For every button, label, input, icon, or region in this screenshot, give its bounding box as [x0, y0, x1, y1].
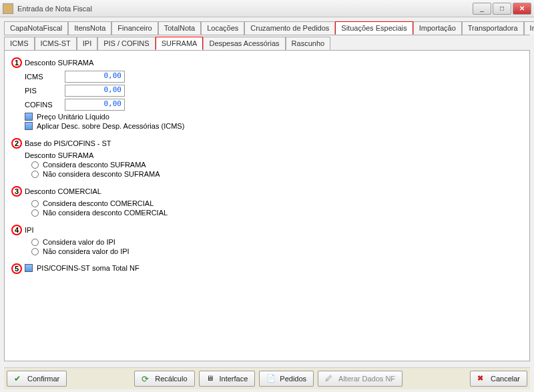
checkbox-icon [25, 264, 33, 272]
chk1-label: Preço Unitário Líquido [37, 113, 109, 121]
group-piscofins-st-soma: 5 PIS/COFINS-ST soma Total NF [11, 263, 185, 274]
tab-situacoes-especiais[interactable]: Situações Especiais [335, 21, 413, 35]
group-desconto-suframa: 1 Desconto SUFRAMA ICMS 0,00 PIS 0,00 CO… [11, 57, 185, 130]
recalc-icon [142, 374, 151, 383]
main-tabs: CapaNotaFiscal ItensNota Financeiro Tota… [4, 21, 530, 35]
subtab-icms-st[interactable]: ICMS-ST [35, 37, 77, 50]
group1-label: Desconto SUFRAMA [25, 59, 93, 67]
btn-label: Recálculo [155, 375, 187, 383]
tab-capanotafiscal[interactable]: CapaNotaFiscal [4, 21, 68, 35]
radio-icon [31, 209, 39, 217]
radio-icon [31, 239, 39, 246]
radio-nao-considera-ipi[interactable]: Não considera valor do IPI [11, 247, 185, 255]
cancelar-button[interactable]: Cancelar [470, 371, 527, 387]
badge-4: 4 [11, 225, 22, 235]
pedidos-icon [266, 374, 276, 383]
edit-icon [325, 374, 334, 383]
sub-tabs: ICMS ICMS-ST IPI PIS / COFINS SUFRAMA De… [4, 37, 530, 51]
r-label: Considera valor do IPI [43, 238, 115, 246]
subtab-rascunho[interactable]: Rascunho [286, 37, 331, 50]
footer-toolbar: Confirmar Recálculo Interface Pedidos Al… [4, 367, 530, 389]
close-button[interactable]: ✕ [513, 3, 531, 15]
r-label: Não considera desconto COMERCIAL [43, 209, 168, 217]
checkbox-icon [25, 122, 33, 130]
btn-label: Interface [220, 375, 248, 383]
radio-icon [31, 200, 39, 207]
page-content: 1 Desconto SUFRAMA ICMS 0,00 PIS 0,00 CO… [4, 51, 530, 361]
tab-transportadora[interactable]: Transportadora [462, 21, 524, 35]
maximize-button[interactable]: □ [493, 3, 511, 15]
cofins-input[interactable]: 0,00 [65, 99, 125, 111]
checkbox-icon [25, 113, 33, 121]
group2-label: Base do PIS/COFINS - ST [25, 139, 111, 147]
r-label: Não considera desconto SUFRAMA [43, 170, 160, 178]
subtab-suframa[interactable]: SUFRAMA [156, 37, 204, 50]
radio-icon [31, 171, 39, 178]
minimize-button[interactable]: _ [473, 3, 491, 15]
badge-5: 5 [11, 263, 22, 274]
tab-importacao[interactable]: Importação [413, 21, 462, 35]
cancel-icon [477, 374, 487, 383]
icms-label: ICMS [25, 73, 65, 81]
radio-icon [31, 248, 39, 255]
radio-icon [31, 161, 39, 169]
tab-locacoes[interactable]: Locações [201, 21, 244, 35]
r-label: Considera desconto SUFRAMA [43, 161, 146, 169]
subtab-ipi[interactable]: IPI [77, 37, 97, 50]
chk-aplicar-desc[interactable]: Aplicar Desc. sobre Desp. Acessórias (IC… [11, 122, 185, 130]
group-desconto-comercial: 3 Desconto COMERCIAL Considera desconto … [11, 186, 185, 217]
tab-infoadicionais[interactable]: Informações Adicionais [524, 21, 534, 35]
tab-cruzamento[interactable]: Cruzamento de Pedidos [244, 21, 335, 35]
chk5-label: PIS/COFINS-ST soma Total NF [37, 264, 140, 272]
app-icon [3, 3, 13, 14]
btn-label: Cancelar [491, 375, 520, 383]
subgroup-desconto-suframa: Desconto SUFRAMA [11, 151, 185, 159]
radio-nao-considera-comercial[interactable]: Não considera desconto COMERCIAL [11, 209, 185, 217]
badge-1: 1 [11, 57, 22, 68]
interface-button[interactable]: Interface [199, 371, 256, 387]
subtab-icms[interactable]: ICMS [4, 37, 35, 50]
group4-label: IPI [25, 226, 33, 234]
tab-itensnota[interactable]: ItensNota [68, 21, 111, 35]
confirmar-button[interactable]: Confirmar [7, 371, 67, 387]
radio-considera-suframa[interactable]: Considera desconto SUFRAMA [11, 161, 185, 169]
subtab-despesas[interactable]: Despesas Acessórias [203, 37, 285, 50]
pedidos-button[interactable]: Pedidos [259, 371, 314, 387]
titlebar: Entrada de Nota Fiscal _ □ ✕ [0, 0, 534, 17]
tab-financeiro[interactable]: Financeiro [111, 21, 158, 35]
recalculo-button[interactable]: Recálculo [134, 371, 194, 387]
r-label: Não considera valor do IPI [43, 247, 129, 255]
check-icon [14, 374, 23, 383]
subtab-pis-cofins[interactable]: PIS / COFINS [97, 37, 155, 50]
pis-label: PIS [25, 87, 65, 95]
radio-nao-considera-suframa[interactable]: Não considera desconto SUFRAMA [11, 170, 185, 178]
chk-preco-unitario[interactable]: Preço Unitário Líquido [11, 113, 185, 121]
badge-3: 3 [11, 186, 22, 197]
window-title: Entrada de Nota Fiscal [17, 5, 473, 13]
badge-2: 2 [11, 138, 22, 149]
tab-totalnota[interactable]: TotalNota [158, 21, 201, 35]
r-label: Considera desconto COMERCIAL [43, 199, 154, 207]
btn-label: Pedidos [280, 375, 306, 383]
btn-label: Alterar Dados NF [338, 375, 395, 383]
group-ipi: 4 IPI Considera valor do IPI Não conside… [11, 225, 185, 255]
chk2-label: Aplicar Desc. sobre Desp. Acessórias (IC… [37, 122, 184, 130]
radio-considera-ipi[interactable]: Considera valor do IPI [11, 238, 185, 246]
cofins-label: COFINS [25, 101, 65, 109]
interface-icon [206, 374, 216, 383]
chk-piscofins-soma-total[interactable]: PIS/COFINS-ST soma Total NF [25, 264, 140, 272]
group3-label: Desconto COMERCIAL [25, 187, 101, 195]
icms-input[interactable]: 0,00 [65, 71, 125, 83]
btn-label: Confirmar [27, 375, 59, 383]
pis-input[interactable]: 0,00 [65, 85, 125, 97]
radio-considera-comercial[interactable]: Considera desconto COMERCIAL [11, 199, 185, 207]
alterar-dados-button: Alterar Dados NF [318, 371, 403, 387]
group-base-piscofins: 2 Base do PIS/COFINS - ST Desconto SUFRA… [11, 138, 185, 178]
